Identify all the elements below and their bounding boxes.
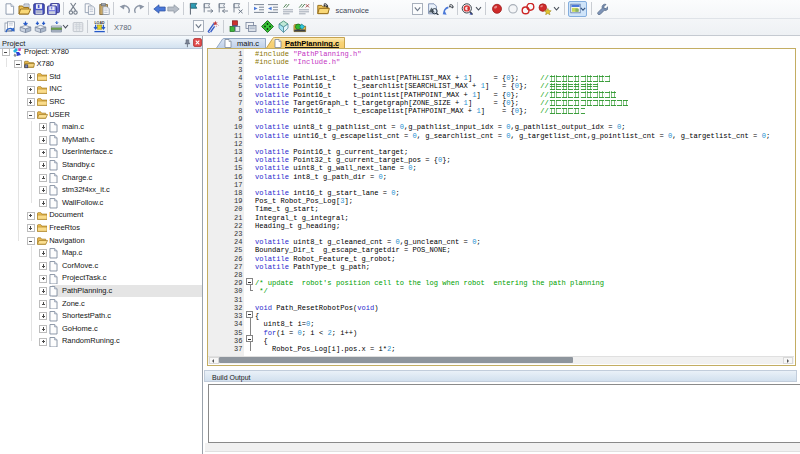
svg-text:LOAD: LOAD [94,20,105,24]
